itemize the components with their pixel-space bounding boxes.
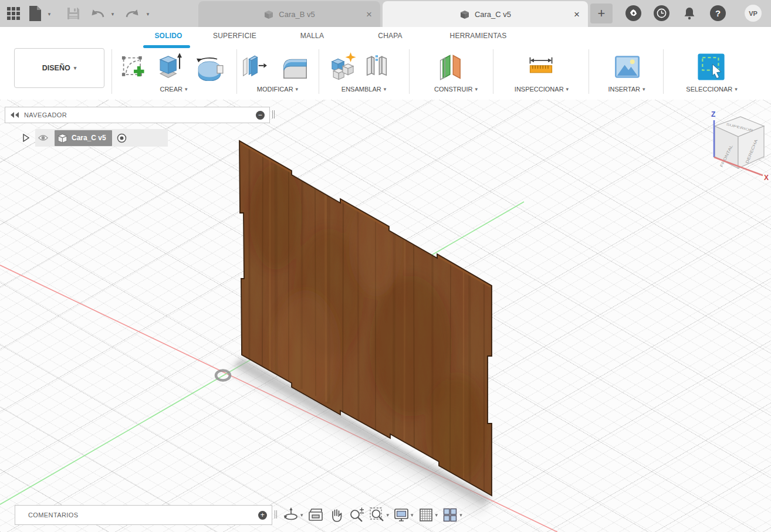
chevron-down-icon[interactable]: ▾ xyxy=(300,513,303,518)
undo-button[interactable] xyxy=(89,8,106,21)
redo-caret[interactable]: ▾ xyxy=(144,11,151,18)
chevron-down-icon: ▾ xyxy=(566,87,569,92)
extensions-button[interactable] xyxy=(625,5,641,21)
ribbon-tab-solido[interactable]: SOLIDO xyxy=(154,32,182,40)
ribbon-tab-chapa[interactable]: CHAPA xyxy=(378,32,402,40)
select-button[interactable] xyxy=(696,52,726,84)
add-comment-icon[interactable]: + xyxy=(258,511,267,520)
user-avatar[interactable]: VP xyxy=(745,5,762,22)
grid-settings-button[interactable]: ▾ xyxy=(418,507,438,523)
component-tree-item[interactable]: Cara_C v5 xyxy=(55,130,112,146)
display-settings-button[interactable]: ▾ xyxy=(393,507,414,523)
bell-icon xyxy=(682,6,696,21)
seleccionar-group-dropdown[interactable]: SELECCIONAR ▾ xyxy=(686,86,737,93)
document-tab-cara-c[interactable]: Cara_C v5 × xyxy=(383,1,588,27)
construir-group-dropdown[interactable]: CONSTRUIR ▾ xyxy=(434,86,478,93)
ribbon-toolbar: SOLIDO SUPERFICIE MALLA CHAPA HERRAMIENT… xyxy=(0,27,771,100)
inspeccionar-group-dropdown[interactable]: INSPECCIONAR ▾ xyxy=(515,86,569,93)
visibility-eye-icon[interactable] xyxy=(38,134,49,142)
document-tab-cara-b[interactable]: Cara_B v5 × xyxy=(198,1,380,27)
chevron-down-icon: ▾ xyxy=(48,12,51,17)
close-tab-icon[interactable]: × xyxy=(574,9,580,19)
fillet-button[interactable] xyxy=(280,53,310,83)
document-cube-icon xyxy=(459,9,470,19)
ensamblar-group-dropdown[interactable]: ENSAMBLAR ▾ xyxy=(341,86,386,93)
display-settings-icon xyxy=(393,507,410,523)
modificar-group-dropdown[interactable]: MODIFICAR ▾ xyxy=(257,86,298,93)
app-grid-menu-button[interactable] xyxy=(6,6,21,21)
new-component-button[interactable] xyxy=(327,52,358,84)
expand-arrow-icon[interactable] xyxy=(22,134,29,142)
extrude-button[interactable] xyxy=(155,52,184,83)
group-label: SELECCIONAR xyxy=(686,86,732,93)
save-button[interactable] xyxy=(66,6,81,21)
extrude-icon xyxy=(155,52,184,81)
view-cube[interactable]: SUPERIOR FRONTAL DERECHA Z X xyxy=(711,110,769,182)
notifications-button[interactable] xyxy=(681,5,698,22)
insert-image-button[interactable] xyxy=(613,54,641,82)
fusion360-window: ▾ ▾ ▾ xyxy=(0,0,771,532)
window-zoom-icon xyxy=(369,507,386,523)
pan-button[interactable] xyxy=(328,507,344,523)
chevron-down-icon[interactable]: ▾ xyxy=(387,513,390,518)
press-pull-button[interactable] xyxy=(239,53,268,83)
comments-panel-header[interactable]: COMENTARIOS + xyxy=(15,505,272,525)
insert-image-icon xyxy=(613,54,641,80)
component-name: Cara_C v5 xyxy=(72,134,106,142)
new-document-tab-button[interactable]: + xyxy=(590,4,613,23)
group-separator xyxy=(589,49,589,94)
minus-icon: − xyxy=(258,111,262,118)
panel-drag-handle[interactable] xyxy=(272,110,275,118)
minimize-panel-icon[interactable]: − xyxy=(256,111,265,120)
redo-button[interactable] xyxy=(124,8,141,21)
active-tab-underline xyxy=(143,45,190,48)
new-component-icon xyxy=(327,52,358,82)
look-at-button[interactable] xyxy=(307,507,324,523)
chevron-down-icon: ▾ xyxy=(111,12,114,17)
browser-tree-row[interactable]: Cara_C v5 xyxy=(35,129,168,147)
undo-icon xyxy=(89,8,106,21)
ribbon-tab-superficie[interactable]: SUPERFICIE xyxy=(213,32,256,40)
viewports-button[interactable]: ▾ xyxy=(442,507,462,523)
ribbon-tab-malla[interactable]: MALLA xyxy=(300,32,324,40)
scene-3d: SUPERIOR FRONTAL DERECHA Z X xyxy=(0,100,771,532)
viewports-icon xyxy=(442,507,458,523)
file-menu-caret[interactable]: ▾ xyxy=(46,11,53,18)
panel-drag-handle[interactable] xyxy=(275,510,277,519)
navigator-panel-header[interactable]: NAVEGADOR − xyxy=(5,107,270,123)
construct-plane-button[interactable] xyxy=(437,52,466,84)
create-sketch-button[interactable] xyxy=(119,53,147,83)
collapse-panel-icon[interactable] xyxy=(10,112,19,118)
viewport-canvas[interactable]: SUPERIOR FRONTAL DERECHA Z X NAVEGADOR − xyxy=(0,100,771,532)
viewcube-x-label: X xyxy=(764,174,769,182)
activate-component-radio[interactable] xyxy=(117,133,127,143)
chevron-down-icon: ▾ xyxy=(642,87,645,92)
revolve-button[interactable] xyxy=(194,54,226,83)
document-cube-icon xyxy=(263,9,274,19)
job-status-button[interactable] xyxy=(654,5,669,21)
viewcube-z-label: Z xyxy=(711,110,715,118)
chevron-down-icon: ▾ xyxy=(185,87,188,92)
extensions-icon xyxy=(629,9,638,18)
zoom-button[interactable] xyxy=(349,507,365,523)
insertar-group-dropdown[interactable]: INSERTAR ▾ xyxy=(608,86,645,93)
document-tab-label: Cara_B v5 xyxy=(279,10,315,19)
window-zoom-button[interactable]: ▾ xyxy=(369,507,390,523)
plus-icon: + xyxy=(598,6,606,21)
chevron-down-icon[interactable]: ▾ xyxy=(435,513,438,518)
close-tab-icon[interactable]: × xyxy=(366,9,372,19)
design-workspace-dropdown[interactable]: DISEÑO ▾ xyxy=(14,48,104,88)
chevron-down-icon[interactable]: ▾ xyxy=(411,513,414,518)
file-menu-button[interactable] xyxy=(28,5,42,22)
create-sketch-icon xyxy=(119,53,147,81)
help-button[interactable]: ? xyxy=(710,5,726,21)
measure-button[interactable] xyxy=(527,55,555,81)
joint-button[interactable] xyxy=(363,53,391,83)
ribbon-tab-herramientas[interactable]: HERRAMIENTAS xyxy=(450,32,507,40)
crear-group-dropdown[interactable]: CREAR ▾ xyxy=(160,86,187,93)
chevron-down-icon[interactable]: ▾ xyxy=(459,513,462,518)
plus-icon: + xyxy=(261,511,265,519)
orbit-button[interactable]: ▾ xyxy=(283,507,303,523)
undo-caret[interactable]: ▾ xyxy=(109,11,116,18)
chevron-down-icon: ▾ xyxy=(296,87,299,92)
